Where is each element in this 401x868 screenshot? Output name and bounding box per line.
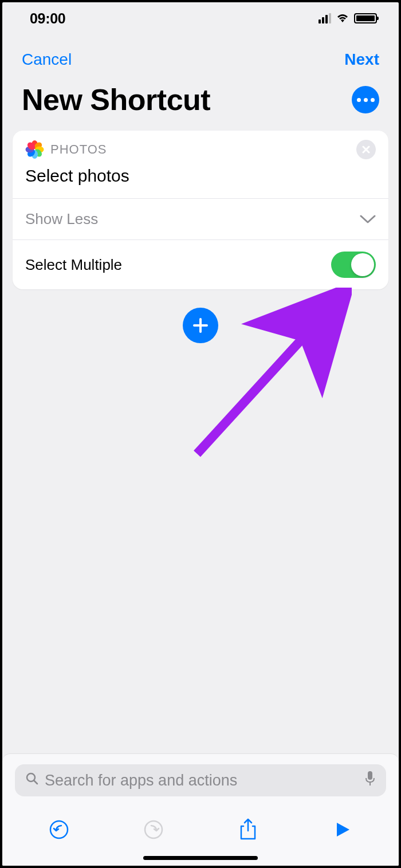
plus-icon [192,317,209,334]
title-row: New Shortcut [2,74,399,131]
status-time: 09:00 [30,10,65,27]
battery-icon [354,13,377,23]
action-card: PHOTOS Select photos Show Less Select Mu… [13,131,388,289]
add-action-button[interactable] [183,308,218,343]
search-icon [25,772,39,790]
svg-line-2 [34,780,38,784]
next-button[interactable]: Next [344,50,379,69]
show-less-row[interactable]: Show Less [13,198,388,239]
photos-app-icon [25,140,44,159]
select-multiple-row: Select Multiple [13,239,388,289]
status-icons [319,11,377,25]
search-input[interactable]: Search for apps and actions [15,764,386,796]
bottom-panel: Search for apps and actions [2,753,399,866]
home-indicator[interactable] [143,856,258,860]
status-bar: 09:00 [2,2,399,34]
undo-button[interactable] [46,817,72,842]
svg-point-6 [145,821,162,838]
cancel-button[interactable]: Cancel [22,50,72,69]
svg-rect-3 [368,771,372,780]
nav-bar: Cancel Next [2,34,399,74]
more-button[interactable] [352,86,379,113]
redo-button [141,817,166,842]
toolbar [2,804,399,856]
chevron-down-icon [360,210,376,228]
select-multiple-toggle[interactable] [331,252,376,278]
play-icon [333,820,352,839]
svg-point-5 [50,821,68,838]
share-button[interactable] [235,817,261,842]
undo-icon [49,819,69,840]
action-app-label: PHOTOS [50,142,107,157]
ellipsis-icon [357,98,375,102]
dictation-button[interactable] [364,771,376,791]
page-title: New Shortcut [22,83,210,117]
share-icon [239,818,257,841]
show-less-label: Show Less [25,210,98,228]
action-title: Select photos [13,159,388,198]
wifi-icon [336,11,349,25]
remove-action-button[interactable] [356,140,376,159]
annotation-arrow [191,288,352,459]
redo-icon [143,819,164,840]
microphone-icon [364,771,376,787]
close-icon [361,145,371,154]
select-multiple-label: Select Multiple [25,256,122,274]
cellular-signal-icon [319,13,331,23]
run-button[interactable] [330,817,355,842]
search-placeholder: Search for apps and actions [45,772,237,790]
